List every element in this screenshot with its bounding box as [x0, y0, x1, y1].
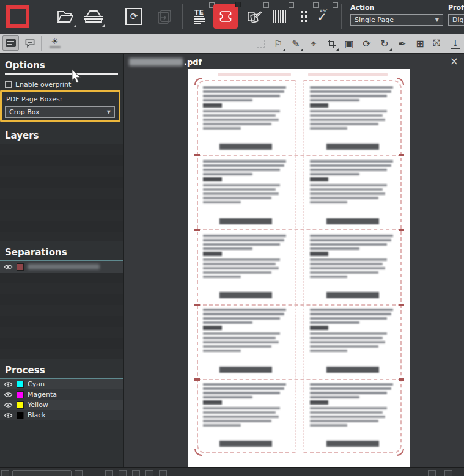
press-output-button[interactable] [82, 5, 105, 28]
add-region-button[interactable]: ⊞ [413, 36, 427, 51]
redacted-text-line [203, 127, 241, 130]
measure-button[interactable]: ✎ [289, 36, 303, 51]
redacted-text-line [310, 235, 393, 237]
redacted-text-line [310, 263, 383, 265]
document-tab[interactable]: .pdf × [124, 54, 464, 70]
redacted-bold-text [203, 326, 222, 330]
crop-tick-mark [399, 304, 404, 306]
eye-visibility-icon[interactable] [4, 402, 13, 408]
close-icon[interactable]: × [450, 55, 458, 67]
process-ink-row[interactable]: Yellow [0, 400, 123, 410]
redacted-text-line [310, 184, 387, 186]
process-ink-row[interactable]: Magenta [0, 389, 123, 400]
sun-icon: ☀ [51, 38, 59, 45]
redacted-text-line [310, 383, 393, 386]
pdf-view-button-pressed[interactable] [2, 35, 19, 51]
redacted-text-line [310, 313, 391, 315]
statusbar-button[interactable] [145, 470, 153, 476]
coupon-cell [201, 159, 292, 225]
tool-option-checkbox[interactable] [333, 2, 338, 8]
coupon-cell [307, 159, 399, 225]
profile-select[interactable]: Digital [448, 14, 464, 26]
separation-row[interactable] [0, 261, 123, 273]
dropdown-triangle-icon [101, 24, 105, 27]
redacted-text-line [203, 337, 276, 339]
eye-visibility-icon[interactable] [4, 381, 13, 387]
statusbar-button[interactable] [132, 470, 140, 476]
pdf-page-boxes-label: PDF Page Boxes: [6, 95, 116, 103]
annotations-button[interactable] [21, 35, 38, 51]
enable-overprint-checkbox[interactable] [5, 81, 12, 88]
area-select-button[interactable]: ⚐ [271, 36, 285, 51]
crop-button[interactable] [324, 36, 339, 51]
tool-option-checkbox[interactable] [235, 2, 241, 7]
statusbar-button[interactable] [444, 470, 452, 476]
crop-tick-mark [399, 229, 404, 231]
add-box-icon: ⊞ [416, 38, 424, 49]
separation-swatch [17, 263, 24, 271]
fit-view-button[interactable]: ⤢⤡ [430, 36, 445, 51]
compensation-button[interactable]: ☀ [46, 35, 63, 51]
statusbar-button[interactable] [105, 470, 113, 476]
redacted-bold-text [203, 400, 222, 405]
text-edit-tool-button[interactable]: TE [188, 5, 212, 28]
statusbar-button[interactable] [75, 470, 83, 476]
redacted-text-line [203, 341, 279, 343]
process-ink-row[interactable]: Cyan [0, 379, 123, 389]
eye-visibility-icon[interactable] [4, 264, 13, 270]
process-ink-row[interactable]: Black [0, 410, 123, 420]
redacted-text-line [310, 123, 378, 125]
preflight-check-button[interactable]: ABC ✓ [312, 5, 335, 28]
redacted-text-line [203, 345, 271, 348]
crop-tick-mark [194, 304, 200, 306]
pencil-measure-icon: ✎ [292, 38, 300, 49]
statusbar-page-control[interactable] [12, 470, 72, 476]
refresh-document-button[interactable]: ⟳ [122, 5, 145, 28]
separations-title: Separations [0, 241, 123, 260]
redacted-text-line [310, 127, 348, 130]
redacted-bold-text [310, 326, 329, 330]
rotate-icon: ↻ [380, 38, 388, 49]
statusbar-button[interactable] [1, 470, 9, 476]
refresh-view-button[interactable]: ⟳ [359, 36, 374, 51]
redacted-text-line [310, 197, 378, 199]
statusbar-button[interactable] [159, 470, 167, 476]
statusbar-button[interactable] [119, 470, 127, 476]
eye-visibility-icon[interactable] [4, 412, 13, 419]
redacted-bold-text [310, 252, 329, 256]
redacted-text-line [310, 188, 383, 191]
redacted-text-line [310, 169, 387, 171]
densitometer-button[interactable]: ✒ [395, 36, 410, 51]
pdf-page-boxes-highlight: PDF Page Boxes: Crop Box ▼ [0, 90, 120, 122]
open-file-button[interactable] [54, 5, 77, 28]
color-remap-tool-button[interactable] [243, 5, 266, 28]
action-select[interactable]: Single Page ▼ [350, 14, 443, 26]
flag-select-icon: ⚐ [274, 38, 282, 49]
ink-label: Black [28, 412, 46, 419]
transform-icon: ▣ [344, 38, 353, 49]
pdf-page[interactable] [188, 69, 410, 469]
pdf-page-boxes-select[interactable]: Crop Box ▼ [5, 106, 115, 118]
redacted-text-line [310, 258, 387, 261]
rotate-view-button[interactable]: ↻ [377, 36, 392, 51]
coupon-cell [201, 85, 292, 152]
die-shape-tool-button-active[interactable] [213, 4, 238, 29]
export-button[interactable]: ↓ [448, 36, 463, 51]
coupon-cell [307, 85, 399, 152]
barcode-tool-button[interactable] [268, 5, 291, 28]
center-target-button[interactable]: ⌖ [306, 36, 321, 51]
statusbar-button[interactable] [428, 470, 436, 476]
redacted-text-line [203, 247, 252, 250]
redacted-text-line [310, 332, 387, 335]
redacted-text-line [310, 321, 359, 324]
profile-value: Digital [452, 16, 464, 24]
redacted-text-line [203, 407, 280, 409]
ink-label: Yellow [28, 401, 48, 408]
redacted-barcode [326, 367, 379, 373]
ink-swatch [17, 391, 24, 398]
redacted-text-line [310, 192, 386, 195]
transform-button[interactable]: ▣ [342, 36, 356, 51]
palette-icon [246, 9, 262, 24]
eye-visibility-icon[interactable] [4, 392, 13, 398]
profile-label: Profil [448, 4, 464, 12]
